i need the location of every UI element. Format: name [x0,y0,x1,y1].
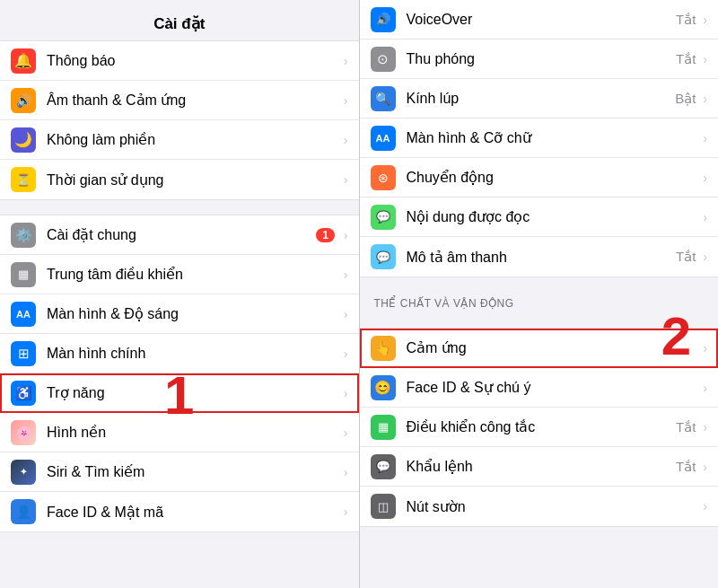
tro-nang-label: Trợ năng [47,384,340,401]
man-hinh-chinh-label: Màn hình chính [47,346,340,362]
sidebar-item-noi-dung[interactable]: 💬 Nội dung được đọc › [360,197,719,237]
noi-dung-icon: 💬 [371,205,396,230]
sidebar-item-voiceover[interactable]: 🔊 VoiceOver Tắt › [360,0,719,39]
sidebar-item-trung-tam[interactable]: ▦ Trung tâm điều khiển › [0,255,359,294]
man-hinh-chinh-chevron: › [344,347,348,361]
tro-nang-icon: ♿ [11,381,36,406]
man-hinh-do-sang-icon: AA [11,302,36,327]
cai-dat-chung-badge: 1 [316,228,335,242]
chuyen-dong-chevron: › [703,171,707,185]
mo-ta-label: Mô tả âm thanh [407,249,676,266]
sidebar-item-kinh-lup[interactable]: 🔍 Kính lúp Bật › [360,79,719,118]
sidebar-item-dieu-khien[interactable]: ▦ Điều khiển công tắc Tắt › [360,408,719,447]
dieu-khien-icon: ▦ [371,415,396,440]
siri-label: Siri & Tìm kiếm [47,463,340,480]
sidebar-item-hinh-nen[interactable]: 🌸 Hình nền › [0,413,359,452]
thu-phong-label: Thu phóng [407,51,676,67]
thoi-gian-chevron: › [344,172,348,187]
sidebar-item-am-thanh[interactable]: 🔊 Âm thanh & Cảm ứng › [0,81,359,120]
hinh-nen-chevron: › [344,426,348,440]
face-id-mat-ma-chevron: › [344,505,348,519]
sidebar-item-thoi-gian[interactable]: ⏳ Thời gian sử dụng › [0,160,359,199]
khong-lam-phien-icon: 🌙 [11,127,36,153]
face-id-su-chu-y-icon: 😊 [371,375,396,400]
nut-suon-icon: ◫ [371,494,396,519]
right-group-1: 🔊 VoiceOver Tắt › ⊙ Thu phóng Tắt › 🔍 Kí… [360,0,719,277]
dieu-khien-value: Tắt [676,419,696,435]
sidebar-item-khong-lam-phien[interactable]: 🌙 Không làm phiền › [0,120,359,160]
cam-ung-chevron: › [703,341,707,355]
man-hinh-co-chu-icon: AA [371,126,396,151]
dieu-khien-label: Điều khiển công tắc [407,418,676,435]
face-id-mat-ma-icon: 👤 [11,499,36,524]
am-thanh-chevron: › [344,93,348,108]
am-thanh-icon: 🔊 [11,88,36,113]
trung-tam-label: Trung tâm điều khiển [47,266,340,283]
sidebar-item-man-hinh-chinh[interactable]: ⊞ Màn hình chính › [0,334,359,373]
sidebar-item-face-id-mat-ma[interactable]: 👤 Face ID & Mật mã › [0,492,359,531]
sidebar-item-man-hinh-do-sang[interactable]: AA Màn hình & Độ sáng › [0,294,359,334]
thoi-gian-label: Thời gian sử dụng [47,171,340,189]
cam-ung-icon: 👆 [371,336,396,361]
khau-lenh-icon: 💬 [371,454,396,479]
nut-suon-label: Nút sườn [407,498,700,515]
cai-dat-chung-chevron: › [344,228,348,242]
siri-icon: ✦ [11,460,36,485]
sidebar-item-mo-ta[interactable]: 💬 Mô tả âm thanh Tắt › [360,237,719,276]
sidebar-item-tro-nang[interactable]: ♿ Trợ năng › [0,373,359,413]
thu-phong-value: Tắt [676,51,696,67]
dieu-khien-chevron: › [703,420,707,434]
chuyen-dong-label: Chuyển động [407,169,700,186]
sidebar-item-cai-dat-chung[interactable]: ⚙️ Cài đặt chung 1 › [0,215,359,255]
cai-dat-chung-label: Cài đặt chung [47,226,316,243]
left-group-1: 🔔 Thông báo › 🔊 Âm thanh & Cảm ứng › 🌙 K… [0,41,359,200]
khau-lenh-value: Tắt [676,459,696,475]
sidebar-item-siri[interactable]: ✦ Siri & Tìm kiếm › [0,452,359,492]
man-hinh-chinh-icon: ⊞ [11,341,36,366]
thong-bao-chevron: › [344,54,348,68]
khau-lenh-label: Khẩu lệnh [407,458,676,475]
thu-phong-icon: ⊙ [371,47,396,72]
man-hinh-do-sang-label: Màn hình & Độ sáng [47,305,340,322]
khong-lam-phien-chevron: › [344,133,348,147]
voiceover-value: Tắt [676,12,696,28]
kinh-lup-chevron: › [703,92,707,106]
sidebar-item-nut-suon[interactable]: ◫ Nút sườn › [360,487,719,526]
trung-tam-icon: ▦ [11,262,36,287]
face-id-su-chu-y-chevron: › [703,381,707,395]
siri-chevron: › [344,465,348,479]
sidebar-item-khau-lenh[interactable]: 💬 Khẩu lệnh Tắt › [360,447,719,487]
voiceover-chevron: › [703,13,707,27]
sidebar-item-cam-ung[interactable]: 👆 Cảm ứng › [360,329,719,368]
sidebar-item-thu-phong[interactable]: ⊙ Thu phóng Tắt › [360,39,719,79]
voiceover-label: VoiceOver [407,12,676,28]
thu-phong-chevron: › [703,52,707,66]
left-settings-panel: Cài đặt 🔔 Thông báo › 🔊 Âm thanh & Cảm ứ… [0,0,359,532]
left-group-2: ⚙️ Cài đặt chung 1 › ▦ Trung tâm điều kh… [0,215,359,532]
noi-dung-label: Nội dung được đọc [407,208,700,225]
tro-nang-chevron: › [344,386,348,400]
right-group-2: 👆 Cảm ứng › 😊 Face ID & Sự chú ý › ▦ Điề… [360,328,719,527]
mo-ta-value: Tắt [676,249,696,265]
cam-ung-label: Cảm ứng [407,339,700,356]
hinh-nen-icon: 🌸 [11,420,36,445]
sidebar-item-chuyen-dong[interactable]: ⊛ Chuyển động › [360,158,719,197]
mo-ta-chevron: › [703,250,707,264]
sidebar-item-man-hinh-co-chu[interactable]: AA Màn hình & Cỡ chữ › [360,118,719,158]
right-settings-panel: 🔊 VoiceOver Tắt › ⊙ Thu phóng Tắt › 🔍 Kí… [360,0,719,527]
kinh-lup-value: Bật [675,91,696,107]
man-hinh-do-sang-chevron: › [344,307,348,321]
sidebar-item-thong-bao[interactable]: 🔔 Thông báo › [0,41,359,81]
man-hinh-co-chu-label: Màn hình & Cỡ chữ [407,129,700,146]
thong-bao-icon: 🔔 [11,48,36,74]
face-id-mat-ma-label: Face ID & Mật mã [47,504,340,521]
kinh-lup-icon: 🔍 [371,86,396,111]
khong-lam-phien-label: Không làm phiền [47,131,340,148]
mo-ta-icon: 💬 [371,244,396,269]
left-panel: Cài đặt 🔔 Thông báo › 🔊 Âm thanh & Cảm ứ… [0,0,359,588]
nut-suon-chevron: › [703,499,707,513]
right-settings-list: 🔊 VoiceOver Tắt › ⊙ Thu phóng Tắt › 🔍 Kí… [360,0,719,527]
left-settings-list: 🔔 Thông báo › 🔊 Âm thanh & Cảm ứng › 🌙 K… [0,41,359,532]
sidebar-item-face-id-su-chu-y[interactable]: 😊 Face ID & Sự chú ý › [360,368,719,408]
khau-lenh-chevron: › [703,460,707,474]
